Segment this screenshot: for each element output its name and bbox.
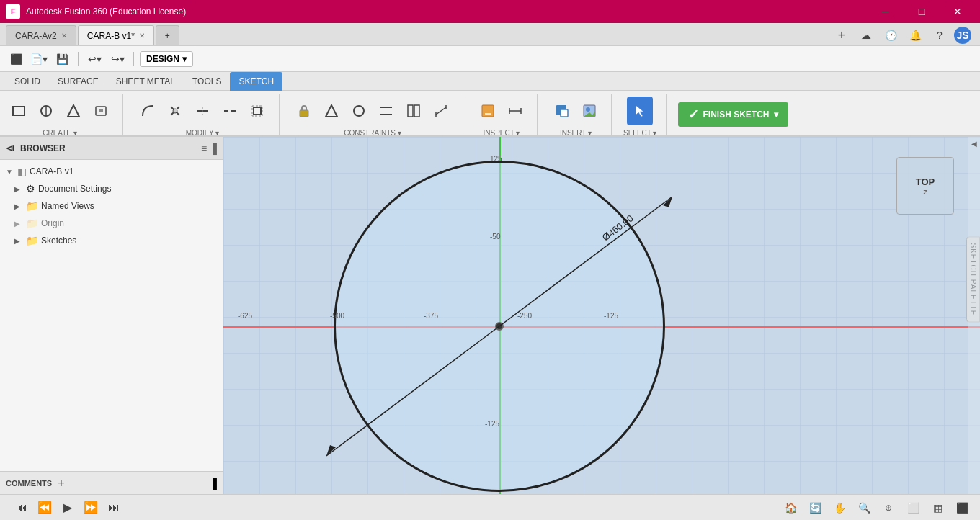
timeline-last-button[interactable]: ⏭ bbox=[104, 498, 124, 518]
fillet-button[interactable] bbox=[135, 97, 161, 125]
svg-rect-5 bbox=[99, 109, 103, 112]
tree-item-named-views[interactable]: ▶ 📁 Named Views bbox=[0, 197, 223, 215]
select-button[interactable] bbox=[627, 97, 653, 125]
canvas-button[interactable] bbox=[576, 97, 602, 125]
sketches-folder-icon: 📁 bbox=[26, 235, 38, 246]
user-icon[interactable]: JS bbox=[954, 27, 971, 44]
tree-item-sketches[interactable]: ▶ 📁 Sketches 👁 bbox=[0, 232, 223, 249]
parallel-button[interactable] bbox=[373, 97, 399, 125]
triangle-button[interactable] bbox=[61, 97, 86, 125]
zoom-in-button[interactable]: ⊕ bbox=[879, 498, 898, 517]
trim-button[interactable] bbox=[162, 97, 188, 125]
minimize-button[interactable]: ─ bbox=[869, 0, 902, 23]
notification-icon[interactable]: 🔔 bbox=[905, 25, 925, 45]
canvas-area[interactable]: Ø460.00 -625 -500 -375 -250 -125 125 -50… bbox=[223, 137, 980, 494]
inspect-group: INSPECT ▾ bbox=[475, 94, 538, 137]
help-icon[interactable]: ? bbox=[930, 25, 950, 45]
view-toggle-button[interactable]: ⬛ bbox=[953, 498, 971, 517]
display-mode-button[interactable]: ⬜ bbox=[904, 498, 922, 517]
checkmark-icon: ✓ bbox=[688, 107, 699, 122]
named-views-label: Named Views bbox=[41, 201, 217, 211]
view-cube[interactable]: TOP Z bbox=[896, 157, 954, 215]
comments-label: COMMENTS bbox=[6, 479, 52, 488]
tab-tools[interactable]: TOOLS bbox=[184, 72, 230, 91]
dimension-inspect-button[interactable] bbox=[502, 97, 528, 125]
redo-button[interactable]: ↪▾ bbox=[107, 49, 128, 69]
zoom-fit-button[interactable]: 🔍 bbox=[855, 498, 873, 517]
measure-button[interactable] bbox=[475, 97, 501, 125]
circle-button[interactable] bbox=[33, 97, 59, 125]
finish-sketch-button[interactable]: ✓ FINISH SKETCH ▾ bbox=[678, 102, 788, 127]
app-menu-button[interactable]: ⬛ bbox=[6, 49, 26, 69]
tab-sketch[interactable]: SKETCH bbox=[230, 72, 282, 91]
tab-surface[interactable]: SURFACE bbox=[49, 72, 107, 91]
browser-collapse-right-icon[interactable]: ▐ bbox=[210, 143, 217, 154]
tab-sheet-metal[interactable]: SHEET METAL bbox=[107, 72, 184, 91]
arrow-end bbox=[663, 197, 672, 207]
cloud-icon[interactable]: ☁ bbox=[856, 25, 876, 45]
close-button[interactable]: ✕ bbox=[941, 0, 974, 23]
status-controls: 🏠 🔄 ✋ 🔍 ⊕ ⬜ ▦ ⬛ bbox=[781, 498, 971, 517]
orbit-button[interactable]: 🔄 bbox=[806, 498, 824, 517]
save-button[interactable]: 💾 bbox=[52, 49, 72, 69]
offset-button[interactable] bbox=[244, 97, 270, 125]
tree-item-doc-settings[interactable]: ▶ ⚙ Document Settings bbox=[0, 180, 223, 197]
main-area: ⧏ BROWSER ≡ ▐ ▼ ◧ CARA-B v1 👁 ⚙ ⋯ ▶ bbox=[0, 137, 980, 494]
comments-divider: ▐ bbox=[210, 478, 217, 489]
break-button[interactable] bbox=[217, 97, 243, 125]
tab-cara-bv1[interactable]: CARA-B v1* ✕ bbox=[78, 25, 154, 45]
more-icon[interactable]: ⋯ bbox=[209, 167, 217, 176]
timeline-prev-button[interactable]: ⏪ bbox=[35, 498, 55, 518]
circle-constraint-button[interactable] bbox=[346, 97, 372, 125]
history-icon[interactable]: 🕐 bbox=[881, 25, 901, 45]
grid-button[interactable]: ▦ bbox=[928, 498, 947, 517]
insert-button[interactable] bbox=[549, 97, 575, 125]
workspace-selector[interactable]: DESIGN ▾ bbox=[140, 51, 193, 67]
create-group: CREATE ▾ bbox=[6, 94, 123, 137]
eye-icon[interactable]: 👁 bbox=[191, 167, 199, 176]
browser-collapse-icon[interactable]: ⧏ bbox=[6, 143, 14, 153]
timeline-next-button[interactable]: ⏩ bbox=[81, 498, 101, 518]
file-menu-button[interactable]: 📄▾ bbox=[29, 49, 49, 69]
separator bbox=[78, 52, 79, 66]
home-view-button[interactable]: 🏠 bbox=[781, 498, 800, 517]
new-tab-button[interactable]: + bbox=[156, 25, 179, 45]
pan-button[interactable]: ✋ bbox=[830, 498, 849, 517]
timeline-play-button[interactable]: ▶ bbox=[58, 498, 78, 518]
point-button[interactable] bbox=[88, 97, 114, 125]
chevron-right-icon[interactable]: ▶ bbox=[14, 202, 23, 210]
undo-button[interactable]: ↩▾ bbox=[84, 49, 104, 69]
add-tab-icon[interactable]: + bbox=[832, 25, 852, 45]
finish-sketch-buttons: ✓ FINISH SKETCH ▾ bbox=[678, 94, 788, 135]
restore-button[interactable]: □ bbox=[905, 0, 938, 23]
browser-header-controls: ≡ ▐ bbox=[201, 143, 217, 154]
browser-settings-icon[interactable]: ≡ bbox=[201, 143, 207, 154]
chevron-down-icon[interactable]: ▼ bbox=[6, 168, 14, 176]
chevron-right-icon[interactable]: ▶ bbox=[14, 220, 23, 228]
tab-close-icon[interactable]: ✕ bbox=[61, 32, 67, 40]
lock-button[interactable] bbox=[291, 97, 317, 125]
svg-rect-30 bbox=[561, 109, 568, 117]
right-ruler-area: ◀ bbox=[968, 137, 980, 494]
rectangle-button[interactable] bbox=[6, 97, 32, 125]
tree-item-root[interactable]: ▼ ◧ CARA-B v1 👁 ⚙ ⋯ bbox=[0, 163, 223, 180]
tab-solid[interactable]: SOLID bbox=[6, 72, 49, 91]
add-comment-button[interactable]: + bbox=[58, 477, 64, 490]
modify-group: MODIFY ▾ bbox=[135, 94, 280, 137]
tab-close-icon[interactable]: ✕ bbox=[139, 32, 145, 40]
gear-icon[interactable]: ⚙ bbox=[200, 167, 208, 176]
modify-buttons bbox=[135, 94, 270, 127]
tab-label: CARA-Av2 bbox=[15, 31, 57, 41]
timeline-first-button[interactable]: ⏮ bbox=[12, 498, 32, 518]
svg-rect-14 bbox=[300, 110, 308, 117]
triangle-constraint-button[interactable] bbox=[318, 97, 344, 125]
chevron-right-icon[interactable]: ▶ bbox=[14, 185, 23, 193]
tab-cara-av2[interactable]: CARA-Av2 ✕ bbox=[6, 25, 76, 45]
extend-button[interactable] bbox=[190, 97, 215, 125]
dimension-button[interactable] bbox=[428, 97, 454, 125]
eye-icon[interactable]: 👁 bbox=[209, 236, 217, 245]
split-button[interactable] bbox=[401, 97, 427, 125]
tree-item-origin[interactable]: ▶ 📁 Origin bbox=[0, 215, 223, 232]
chevron-right-icon[interactable]: ▶ bbox=[14, 237, 23, 245]
right-collapse-icon[interactable]: ◀ bbox=[971, 140, 977, 148]
